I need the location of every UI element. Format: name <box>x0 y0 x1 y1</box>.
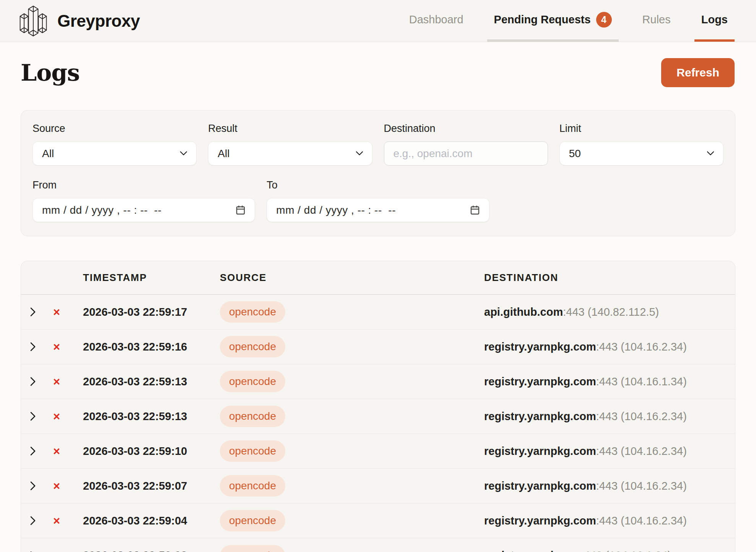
tab-rules[interactable]: Rules <box>636 0 678 42</box>
tab-logs[interactable]: Logs <box>694 0 735 42</box>
destination-port-ip: :443 (104.16.2.34) <box>596 341 687 353</box>
table-row: × 2026-03-03 22:59:13 opencode registry.… <box>21 399 735 434</box>
delete-x-icon[interactable]: × <box>53 306 83 318</box>
timestamp-cell: 2026-03-03 22:59:13 <box>83 375 220 388</box>
timestamp-cell: 2026-03-03 22:59:04 <box>83 515 220 527</box>
source-cell: opencode <box>220 336 484 357</box>
table-row: × 2026-03-03 22:59:04 opencode registry.… <box>21 503 735 538</box>
timestamp-cell: 2026-03-03 22:59:17 <box>83 306 220 318</box>
main-nav: Dashboard Pending Requests 4 Rules Logs <box>402 0 735 42</box>
brand: Greyproxy <box>17 0 140 42</box>
destination-host: registry.npmjs.org <box>484 549 580 552</box>
source-badge: opencode <box>220 440 285 462</box>
expand-chevron-icon[interactable] <box>30 481 53 491</box>
source-cell: opencode <box>220 545 484 552</box>
source-badge: opencode <box>220 545 285 552</box>
calendar-icon[interactable] <box>236 205 245 216</box>
destination-cell: registry.yarnpkg.com:443 (104.16.1.34) <box>484 375 726 388</box>
source-cell: opencode <box>220 406 484 427</box>
destination-port-ip: :443 (104.16.1.34) <box>580 549 671 552</box>
col-timestamp: TIMESTAMP <box>83 272 220 284</box>
source-badge: opencode <box>220 336 285 357</box>
expand-chevron-icon[interactable] <box>30 307 53 317</box>
source-cell: opencode <box>220 301 484 323</box>
limit-select[interactable]: 50 <box>559 141 723 166</box>
table-row: × 2026-03-03 22:59:03 opencode registry.… <box>21 538 735 552</box>
destination-cell: registry.yarnpkg.com:443 (104.16.2.34) <box>484 445 726 458</box>
destination-cell: api.github.com:443 (140.82.112.5) <box>484 306 726 318</box>
table-row: × 2026-03-03 22:59:07 opencode registry.… <box>21 469 735 503</box>
timestamp-cell: 2026-03-03 22:59:16 <box>83 341 220 353</box>
source-select[interactable]: All <box>33 141 197 166</box>
timestamp-cell: 2026-03-03 22:59:10 <box>83 445 220 458</box>
delete-x-icon[interactable]: × <box>53 376 83 388</box>
tab-dashboard[interactable]: Dashboard <box>402 0 470 42</box>
destination-cell: registry.npmjs.org:443 (104.16.1.34) <box>484 549 726 552</box>
delete-x-icon[interactable]: × <box>53 445 83 457</box>
destination-port-ip: :443 (104.16.1.34) <box>596 375 687 388</box>
destination-cell: registry.yarnpkg.com:443 (104.16.2.34) <box>484 515 726 527</box>
timestamp-cell: 2026-03-03 22:59:13 <box>83 410 220 423</box>
to-datetime-input[interactable]: mm / dd / yyyy , -- : -- -- <box>267 198 489 222</box>
source-cell: opencode <box>220 510 484 531</box>
destination-host: api.github.com <box>484 306 563 318</box>
refresh-button[interactable]: Refresh <box>661 58 735 87</box>
col-source: SOURCE <box>220 272 484 284</box>
destination-host: registry.yarnpkg.com <box>484 341 596 353</box>
source-cell: opencode <box>220 475 484 497</box>
timestamp-cell: 2026-03-03 22:59:03 <box>83 549 220 552</box>
table-body: × 2026-03-03 22:59:17 opencode api.githu… <box>21 295 735 552</box>
destination-cell: registry.yarnpkg.com:443 (104.16.2.34) <box>484 480 726 492</box>
filter-result: Result All <box>208 123 372 166</box>
delete-x-icon[interactable]: × <box>53 411 83 422</box>
source-badge: opencode <box>220 371 285 392</box>
page-title: Logs <box>21 59 80 86</box>
table-row: × 2026-03-03 22:59:17 opencode api.githu… <box>21 295 735 330</box>
destination-port-ip: :443 (104.16.2.34) <box>596 445 687 457</box>
delete-x-icon[interactable]: × <box>53 480 83 492</box>
destination-input[interactable] <box>384 141 548 166</box>
logs-table: TIMESTAMP SOURCE DESTINATION × 2026-03-0… <box>21 261 735 552</box>
delete-x-icon[interactable]: × <box>53 550 83 552</box>
result-select-value: All <box>218 148 229 160</box>
destination-host: registry.yarnpkg.com <box>484 480 596 492</box>
destination-cell: registry.yarnpkg.com:443 (104.16.2.34) <box>484 410 726 423</box>
filter-destination: Destination <box>384 123 548 166</box>
expand-chevron-icon[interactable] <box>30 446 53 456</box>
pending-count-badge: 4 <box>596 12 612 28</box>
expand-chevron-icon[interactable] <box>30 516 53 526</box>
page-head: Logs Refresh <box>0 58 756 87</box>
source-badge: opencode <box>220 301 285 323</box>
calendar-icon[interactable] <box>470 205 480 216</box>
col-destination: DESTINATION <box>484 272 726 284</box>
delete-x-icon[interactable]: × <box>53 341 83 353</box>
delete-x-icon[interactable]: × <box>53 515 83 527</box>
destination-cell: registry.yarnpkg.com:443 (104.16.2.34) <box>484 341 726 353</box>
from-datetime-value: mm / dd / yyyy , -- : -- -- <box>42 204 162 216</box>
chevron-down-icon <box>707 151 714 156</box>
expand-chevron-icon[interactable] <box>30 551 53 552</box>
source-cell: opencode <box>220 440 484 462</box>
source-cell: opencode <box>220 371 484 392</box>
tab-pending-requests[interactable]: Pending Requests 4 <box>487 0 619 42</box>
brand-name: Greyproxy <box>57 11 140 31</box>
table-row: × 2026-03-03 22:59:13 opencode registry.… <box>21 364 735 399</box>
from-datetime-input[interactable]: mm / dd / yyyy , -- : -- -- <box>33 198 255 222</box>
source-label: Source <box>33 123 197 135</box>
expand-chevron-icon[interactable] <box>30 411 53 421</box>
limit-select-value: 50 <box>569 148 581 160</box>
filter-to: To mm / dd / yyyy , -- : -- -- <box>267 179 489 222</box>
from-label: From <box>33 179 255 191</box>
result-select[interactable]: All <box>208 141 372 166</box>
to-datetime-value: mm / dd / yyyy , -- : -- -- <box>276 204 396 216</box>
expand-chevron-icon[interactable] <box>30 342 53 352</box>
filter-from: From mm / dd / yyyy , -- : -- -- <box>33 179 255 222</box>
chevron-down-icon <box>356 151 363 156</box>
greyproxy-logo-icon <box>17 4 50 38</box>
source-badge: opencode <box>220 406 285 427</box>
expand-chevron-icon[interactable] <box>30 377 53 386</box>
table-row: × 2026-03-03 22:59:16 opencode registry.… <box>21 330 735 364</box>
result-label: Result <box>208 123 372 135</box>
table-row: × 2026-03-03 22:59:10 opencode registry.… <box>21 434 735 469</box>
filter-limit: Limit 50 <box>559 123 723 166</box>
